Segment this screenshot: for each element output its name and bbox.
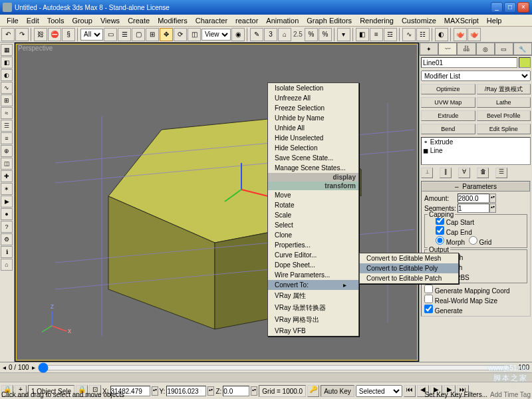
mi-freeze-selection[interactable]: Freeze Selection xyxy=(268,103,358,113)
bind-spacewarp-button[interactable]: § xyxy=(62,28,75,41)
grid-radio[interactable] xyxy=(469,236,477,245)
layers-button[interactable]: ☲ xyxy=(384,28,397,41)
cap-end-checkbox[interactable] xyxy=(436,226,444,235)
mi-curve-editor[interactable]: Curve Editor... xyxy=(268,250,358,260)
btn-extrude[interactable]: Extrude xyxy=(421,110,475,121)
menu-group[interactable]: Group xyxy=(68,17,96,25)
mi-vray-vfb[interactable]: VRay VFB xyxy=(268,326,358,336)
mi-rotate[interactable]: Rotate xyxy=(268,200,358,210)
mi-isolate-selection[interactable]: Isolate Selection xyxy=(268,83,358,93)
menu-customize[interactable]: Customize xyxy=(398,17,440,25)
reactor-rope-icon[interactable]: ∿ xyxy=(1,82,13,94)
menu-modifiers[interactable]: Modifiers xyxy=(154,17,192,25)
reactor-plane-icon[interactable]: ◫ xyxy=(1,158,13,170)
menu-help[interactable]: Help xyxy=(483,17,506,25)
configure-sets-icon[interactable]: ☰ xyxy=(495,168,507,178)
reactor-toy-icon[interactable]: ✚ xyxy=(1,170,13,182)
mi-vray-scene-convert[interactable]: VRay 场景转换器 xyxy=(268,302,358,314)
pivot-center-button[interactable]: ◉ xyxy=(231,28,245,41)
stack-line[interactable]: ◼ Line xyxy=(422,146,530,155)
maximize-button[interactable]: □ xyxy=(504,2,516,13)
menu-animation[interactable]: Animation xyxy=(262,17,303,25)
quad-context-menu[interactable]: Isolate Selection Unfreeze All Freeze Se… xyxy=(267,82,359,336)
remove-modifier-icon[interactable]: 🗑 xyxy=(477,168,489,178)
object-color-swatch[interactable] xyxy=(519,57,531,68)
gen-map-checkbox[interactable] xyxy=(424,285,433,293)
select-button[interactable]: ▭ xyxy=(104,28,117,41)
mi-convert-to[interactable]: Convert To: xyxy=(268,280,358,290)
real-world-checkbox[interactable] xyxy=(424,295,433,303)
gen-mat-checkbox[interactable] xyxy=(424,305,433,313)
mirror-button[interactable]: ◧ xyxy=(356,28,369,41)
curve-editor-button[interactable]: ∿ xyxy=(402,28,416,41)
time-prev-button[interactable]: ◂ xyxy=(3,364,6,371)
btn-bend[interactable]: Bend xyxy=(421,124,475,134)
tab-display[interactable]: ▭ xyxy=(495,43,513,55)
menu-create[interactable]: Create xyxy=(124,17,154,25)
mi-vray-mesh-export[interactable]: VRay 网格导出 xyxy=(268,314,358,326)
btn-lathe[interactable]: Lathe xyxy=(477,97,531,108)
snap-toggle[interactable]: 3 xyxy=(264,28,277,41)
mi-move[interactable]: Move xyxy=(268,190,358,200)
tab-utilities[interactable]: 🔧 xyxy=(513,43,532,55)
btn-edit-spline[interactable]: Edit Spline xyxy=(477,124,531,134)
mi-convert-editable-poly[interactable]: Convert to Editable Poly xyxy=(360,263,458,273)
convert-to-submenu[interactable]: Convert to Editable Mesh Convert to Edit… xyxy=(359,253,459,284)
mi-manage-scene-states[interactable]: Manage Scene States... xyxy=(268,163,358,173)
mi-unfreeze-all[interactable]: Unfreeze All xyxy=(268,93,358,103)
named-selection-sets[interactable]: ▾ xyxy=(337,28,350,41)
reactor-deform-icon[interactable]: ⊞ xyxy=(1,94,13,106)
undo-button[interactable]: ↶ xyxy=(1,28,15,41)
amount-field[interactable] xyxy=(458,194,489,203)
menu-views[interactable]: Views xyxy=(96,17,124,25)
align-button[interactable]: ≡ xyxy=(370,28,383,41)
schematic-view-button[interactable]: ☷ xyxy=(416,28,430,41)
reactor-water-icon[interactable]: ≈ xyxy=(1,107,13,119)
reactor-spring-icon[interactable]: ≡ xyxy=(1,132,13,144)
mi-hide-selection[interactable]: Hide Selection xyxy=(268,143,358,153)
mi-select[interactable]: Select xyxy=(268,220,358,230)
mi-convert-editable-patch[interactable]: Convert to Editable Patch xyxy=(360,273,458,283)
mi-unhide-by-name[interactable]: Unhide by Name xyxy=(268,113,358,123)
time-slider[interactable] xyxy=(38,362,511,373)
mi-vray-props[interactable]: VRay 属性 xyxy=(268,290,358,302)
reactor-utilities-icon[interactable]: ⚙ xyxy=(1,233,13,245)
menu-file[interactable]: File xyxy=(3,17,23,25)
mi-scale[interactable]: Scale xyxy=(268,210,358,220)
window-cross-button[interactable]: ⊞ xyxy=(146,28,159,41)
reactor-rigid-body-icon[interactable]: ▦ xyxy=(1,44,13,56)
reactor-preview-icon[interactable]: ▶ xyxy=(1,196,13,207)
show-end-result-icon[interactable]: ‖ xyxy=(440,168,452,178)
mi-dope-sheet[interactable]: Dope Sheet... xyxy=(268,260,358,270)
spinner-snap-toggle[interactable]: % xyxy=(319,28,332,41)
angle-snap-toggle[interactable]: ⌂ xyxy=(278,28,291,41)
tab-hierarchy[interactable]: 品 xyxy=(457,43,475,55)
menu-character[interactable]: Character xyxy=(192,17,231,25)
menu-rendering[interactable]: Rendering xyxy=(356,17,398,25)
reactor-motor-icon[interactable]: ⊕ xyxy=(1,145,13,157)
select-region-button[interactable]: ▢ xyxy=(132,28,145,41)
modifier-stack[interactable]: ⚬ Extrude ◼ Line xyxy=(421,137,531,165)
move-button[interactable]: ✥ xyxy=(160,28,173,41)
reactor-fracture-icon[interactable]: ✶ xyxy=(1,183,13,195)
mi-convert-editable-mesh[interactable]: Convert to Editable Mesh xyxy=(360,253,458,263)
key-filters-button[interactable]: Key Filters... xyxy=(450,391,487,398)
reactor-about-icon[interactable]: ⌂ xyxy=(1,259,13,271)
quick-render-button[interactable]: 🫖 xyxy=(467,28,481,41)
make-unique-icon[interactable]: ∀ xyxy=(458,168,470,178)
btn-bevel-profile[interactable]: Bevel Profile xyxy=(477,110,531,121)
close-button[interactable]: × xyxy=(517,2,529,13)
track-bar[interactable] xyxy=(0,373,532,382)
minimize-button[interactable]: _ xyxy=(491,2,503,13)
stack-extrude[interactable]: ⚬ Extrude xyxy=(422,138,530,146)
menu-graph-editors[interactable]: Graph Editors xyxy=(303,17,356,25)
selection-filter[interactable]: All xyxy=(80,29,103,41)
mi-unhide-all[interactable]: Unhide All xyxy=(268,123,358,133)
btn-optimize[interactable]: Optimize xyxy=(421,84,475,94)
link-button[interactable]: ⛓ xyxy=(34,28,47,41)
mi-save-scene-state[interactable]: Save Scene State... xyxy=(268,153,358,163)
time-next-button[interactable]: ▸ xyxy=(32,364,35,371)
reactor-cloth-icon[interactable]: ◧ xyxy=(1,57,13,68)
modifier-list[interactable]: Modifier List xyxy=(421,70,531,81)
ref-coord-system[interactable]: View xyxy=(201,29,231,41)
